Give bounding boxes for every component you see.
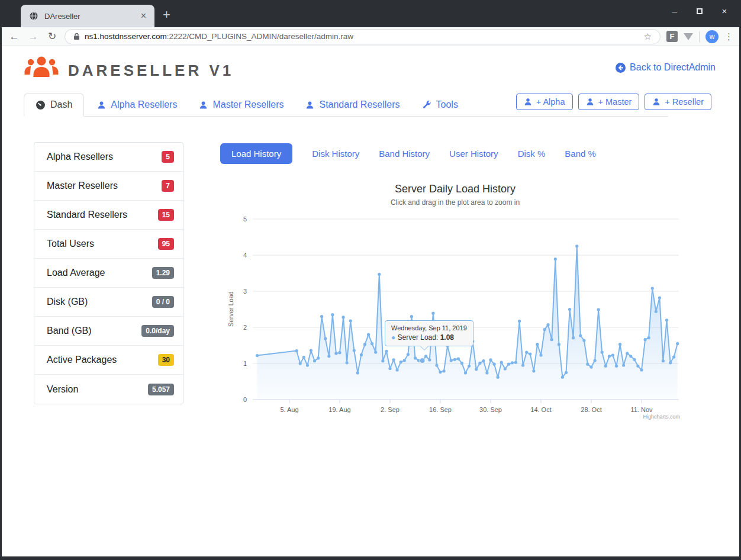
- user-icon: [524, 98, 532, 106]
- bookmark-star-icon[interactable]: ☆: [644, 31, 652, 42]
- svg-text:14. Oct: 14. Oct: [530, 406, 551, 413]
- tab-title: DAreseller: [44, 12, 138, 21]
- arrow-circle-left-icon: [616, 63, 626, 73]
- user-icon: [97, 101, 106, 110]
- stat-label: Total Users: [47, 239, 94, 249]
- tab-standard-resellers[interactable]: Standard Resellers: [297, 93, 408, 117]
- tab-close-icon[interactable]: ×: [138, 11, 149, 21]
- stat-badge: 1.29: [152, 267, 174, 279]
- stat-badge: 5: [162, 151, 174, 163]
- stat-total-users: Total Users95: [34, 230, 183, 259]
- reload-button[interactable]: ↻: [46, 30, 59, 43]
- chart-tab-disk-percent[interactable]: Disk %: [518, 149, 546, 159]
- add-master-label: + Master: [598, 97, 632, 107]
- back-button[interactable]: ←: [8, 31, 21, 43]
- tab-master-resellers-label: Master Resellers: [212, 99, 283, 110]
- svg-text:28. Oct: 28. Oct: [581, 406, 601, 413]
- chart-tooltip: Wednesday, Sep 11, 2019 ● Server Load: 1…: [385, 320, 473, 346]
- tab-dash-label: Dash: [50, 99, 72, 110]
- chart-subtitle: Click and drag in the plot area to zoom …: [226, 198, 684, 207]
- stats-list: Alpha Resellers5 Master Resellers7 Stand…: [34, 142, 183, 404]
- url-path: :2222/CMD_PLUGINS_ADMIN/dareseller/admin…: [167, 32, 353, 41]
- chart-tab-band-history[interactable]: Band History: [379, 149, 430, 159]
- add-alpha-button[interactable]: + Alpha: [516, 94, 573, 110]
- svg-text:2. Sep: 2. Sep: [381, 406, 400, 413]
- chart-tab-band-percent[interactable]: Band %: [565, 149, 596, 159]
- svg-text:5. Aug: 5. Aug: [280, 406, 298, 413]
- stat-badge: 15: [158, 209, 174, 221]
- stat-active-packages: Active Packages30: [34, 346, 183, 375]
- tab-standard-resellers-label: Standard Resellers: [319, 99, 400, 110]
- load-history-chart-block: Server Daily Load History Click and drag…: [226, 178, 684, 422]
- back-to-directadmin-link[interactable]: Back to DirectAdmin: [616, 62, 716, 73]
- main-nav: Dash Alpha Resellers Master Resellers St…: [24, 93, 467, 117]
- svg-text:19. Aug: 19. Aug: [328, 406, 350, 413]
- extension-v-icon[interactable]: [684, 33, 693, 40]
- svg-text:30. Sep: 30. Sep: [479, 406, 502, 413]
- stat-band-gb: Band (GB)0.0/day: [34, 317, 183, 346]
- stat-label: Alpha Resellers: [47, 152, 113, 162]
- tab-dash[interactable]: Dash: [24, 93, 84, 117]
- user-icon: [305, 101, 314, 110]
- chart-title: Server Daily Load History: [226, 183, 684, 195]
- add-reseller-label: + Reseller: [665, 97, 704, 107]
- stat-label: Active Packages: [47, 355, 117, 365]
- add-alpha-label: + Alpha: [536, 97, 565, 107]
- window-minimize-button[interactable]: –: [671, 6, 679, 16]
- tab-alpha-resellers-label: Alpha Resellers: [111, 99, 177, 110]
- svg-text:Server Load: Server Load: [227, 291, 234, 327]
- load-history-chart[interactable]: 0123455. Aug19. Aug2. Sep16. Sep30. Sep1…: [226, 210, 684, 422]
- svg-text:Highcharts.com: Highcharts.com: [643, 414, 680, 420]
- stat-label: Disk (GB): [47, 297, 88, 307]
- back-to-directadmin-label: Back to DirectAdmin: [630, 62, 716, 73]
- brand-title: DARESELLER V1: [68, 62, 234, 80]
- stat-load-average: Load Average1.29: [34, 259, 183, 288]
- series-bullet-icon: ●: [391, 333, 398, 342]
- stat-disk-gb: Disk (GB)0 / 0: [34, 288, 183, 317]
- add-reseller-button[interactable]: + Reseller: [645, 94, 711, 110]
- svg-text:16. Sep: 16. Sep: [429, 406, 452, 413]
- window-maximize-button[interactable]: [697, 8, 703, 14]
- window-close-button[interactable]: ×: [720, 6, 729, 16]
- browser-tab[interactable]: DAreseller ×: [21, 5, 154, 27]
- svg-text:4: 4: [243, 252, 247, 259]
- chart-tab-user-history[interactable]: User History: [449, 149, 498, 159]
- browser-window: DAreseller × + – × ← → ↻ ns1.hostdnsserv…: [0, 0, 741, 560]
- user-icon: [199, 101, 208, 110]
- stat-badge: 95: [158, 238, 174, 250]
- dashboard-gauge-icon: [36, 100, 46, 110]
- tab-master-resellers[interactable]: Master Resellers: [190, 93, 292, 117]
- stat-alpha-resellers: Alpha Resellers5: [34, 143, 183, 172]
- stat-version: Version5.057: [34, 375, 183, 404]
- stat-label: Load Average: [47, 268, 105, 278]
- tooltip-series-label: Server Load:: [398, 333, 440, 342]
- stat-label: Standard Resellers: [47, 210, 127, 220]
- browser-menu-icon[interactable]: ⋮: [724, 31, 733, 42]
- toolbar-divider: [699, 31, 700, 42]
- add-master-button[interactable]: + Master: [578, 94, 640, 110]
- forward-button[interactable]: →: [27, 31, 40, 43]
- stat-master-resellers: Master Resellers7: [34, 172, 183, 201]
- tab-tools-label: Tools: [436, 99, 458, 110]
- extension-f-icon[interactable]: F: [666, 31, 678, 42]
- stat-label: Band (GB): [47, 326, 92, 336]
- stat-badge: 0 / 0: [152, 296, 174, 308]
- stat-label: Version: [47, 384, 78, 395]
- chart-tabs: Load History Disk History Band History U…: [220, 143, 596, 164]
- stat-badge: 30: [158, 354, 174, 366]
- profile-avatar[interactable]: w: [705, 30, 719, 43]
- globe-favicon-icon: [29, 11, 38, 21]
- dareseller-page: DARESELLER V1 Back to DirectAdmin Dash A…: [2, 46, 739, 556]
- tab-tools[interactable]: Tools: [413, 93, 467, 117]
- chart-tab-disk-history[interactable]: Disk History: [312, 149, 359, 159]
- url-text: ns1.hostdnsserver.com:2222/CMD_PLUGINS_A…: [85, 32, 353, 41]
- stat-badge: 5.057: [148, 384, 174, 395]
- stat-standard-resellers: Standard Resellers15: [34, 201, 183, 230]
- chart-tab-load-history[interactable]: Load History: [220, 143, 292, 164]
- stat-badge: 0.0/day: [141, 325, 174, 337]
- url-bar[interactable]: ns1.hostdnsserver.com:2222/CMD_PLUGINS_A…: [65, 29, 661, 44]
- stat-label: Master Resellers: [47, 181, 118, 191]
- lock-icon: [73, 33, 80, 40]
- new-tab-button[interactable]: +: [163, 7, 170, 22]
- tab-alpha-resellers[interactable]: Alpha Resellers: [88, 93, 186, 117]
